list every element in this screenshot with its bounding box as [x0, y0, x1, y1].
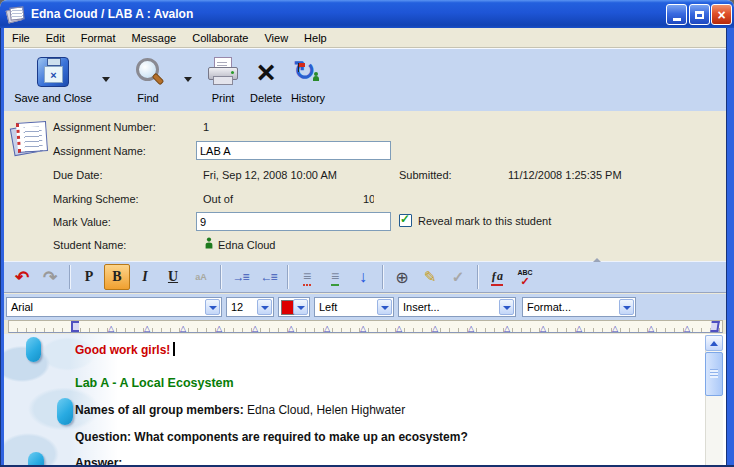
minimize-button[interactable] [666, 4, 687, 25]
format-select[interactable]: Format... [522, 297, 636, 317]
ruler-tab-marker[interactable]: △ [504, 325, 510, 333]
alignment-select[interactable]: Left [314, 297, 394, 317]
spellcheck-button[interactable]: ABC✓ [512, 264, 538, 290]
mark-value-label: Mark Value: [53, 216, 111, 228]
format-arrow-icon[interactable] [619, 299, 634, 315]
close-icon: × [717, 8, 725, 22]
print-button[interactable]: Print [200, 53, 246, 107]
assignment-name-input[interactable] [196, 141, 391, 160]
assignment-number-label: Assignment Number: [53, 121, 156, 133]
find-dropdown-arrow-icon[interactable] [184, 77, 192, 82]
menu-edit[interactable]: Edit [38, 30, 73, 46]
ruler-tab-marker[interactable]: △ [396, 325, 402, 333]
font-color-select[interactable] [278, 297, 310, 317]
ruler-tab-marker[interactable]: △ [180, 325, 186, 333]
paragraph-dotted-button[interactable]: ≡ [294, 264, 320, 290]
mark-value-input[interactable] [196, 212, 391, 231]
history-icon: ↻ [293, 57, 323, 87]
ruler[interactable]: △△△△△△△△△△△△△△△△△ [8, 320, 723, 333]
window-title: Edna Cloud / LAB A : Avalon [31, 7, 193, 21]
font-size-arrow-icon[interactable] [257, 299, 272, 315]
ruler-tab-marker[interactable]: △ [288, 325, 294, 333]
font-family-arrow-icon[interactable] [205, 299, 220, 315]
ruler-tab-marker[interactable]: △ [432, 325, 438, 333]
ruler-tab-marker[interactable]: △ [648, 325, 654, 333]
undo-icon[interactable]: ↶ [9, 264, 35, 290]
find-button[interactable]: Find [120, 53, 176, 107]
menu-file[interactable]: File [4, 30, 38, 46]
paragraph-lines-button[interactable]: ≡ [322, 264, 348, 290]
window-border-left [0, 28, 4, 467]
signature-button[interactable]: ƒa [484, 264, 510, 290]
insert-arrow-icon[interactable] [499, 299, 514, 315]
editor-area[interactable]: Good work girls! Lab A - A Local Ecosyst… [4, 334, 726, 467]
menu-view[interactable]: View [256, 30, 296, 46]
style-bar: Arial 12 Left Insert... Format... [4, 294, 726, 320]
titlebar[interactable]: Edna Cloud / LAB A : Avalon × [0, 0, 734, 28]
ruler-tab-marker[interactable]: △ [468, 325, 474, 333]
find-label: Find [120, 92, 176, 104]
student-name-value[interactable]: Edna Cloud [218, 239, 276, 251]
editor-line-question: Question: What components are required t… [75, 430, 468, 444]
submitted-label: Submitted: [399, 169, 452, 181]
delete-button[interactable]: × Delete [246, 53, 286, 107]
ruler-tab-marker[interactable]: △ [612, 325, 618, 333]
menu-help[interactable]: Help [296, 30, 335, 46]
ruler-tab-marker[interactable]: △ [108, 325, 114, 333]
student-name-label: Student Name: [53, 239, 126, 251]
close-button[interactable]: × [711, 4, 732, 25]
plain-style-button[interactable]: P [76, 264, 102, 290]
font-color-arrow-icon[interactable] [293, 299, 308, 315]
scrollbar-thumb[interactable] [705, 352, 723, 396]
alignment-arrow-icon[interactable] [377, 299, 392, 315]
insert-value: Insert... [403, 301, 440, 313]
menu-message[interactable]: Message [124, 30, 185, 46]
insert-select[interactable]: Insert... [398, 297, 516, 317]
left-margin-marker[interactable] [71, 321, 79, 332]
ruler-tab-marker[interactable]: △ [252, 325, 258, 333]
ruler-tab-marker[interactable]: △ [216, 325, 222, 333]
ruler-tab-marker[interactable]: △ [540, 325, 546, 333]
menu-collaborate[interactable]: Collaborate [184, 30, 256, 46]
menu-format[interactable]: Format [73, 30, 124, 46]
checkmark-icon: ✓ [400, 212, 410, 226]
fixed-size-button[interactable]: aA [188, 264, 214, 290]
history-button[interactable]: ↻ History [286, 53, 330, 107]
ruler-tab-marker[interactable]: △ [360, 325, 366, 333]
formatting-toolbar: ↶↷PBIUaA→≡←≡≡≡↓⊕✎✓ƒaABC✓ [4, 261, 726, 293]
ruler-tab-marker[interactable]: △ [576, 325, 582, 333]
indent-decrease-button[interactable]: ←≡ [255, 264, 281, 290]
underline-button[interactable]: U [160, 264, 186, 290]
maximize-button[interactable] [689, 4, 710, 25]
assignment-number-value: 1 [203, 121, 209, 133]
down-arrow-button[interactable]: ↓ [350, 264, 376, 290]
indent-increase-button[interactable]: →≡ [227, 264, 253, 290]
scroll-up-button[interactable] [705, 335, 723, 351]
font-size-select[interactable]: 12 [226, 297, 274, 317]
font-family-select[interactable]: Arial [6, 297, 222, 317]
italic-button[interactable]: I [132, 264, 158, 290]
toolbar-collapse-handle[interactable] [593, 258, 601, 262]
bold-button[interactable]: B [104, 264, 130, 290]
student-person-icon [204, 237, 214, 249]
vertical-scrollbar[interactable] [705, 335, 723, 467]
marking-scheme-amount: 10 [363, 193, 374, 206]
main-toolbar: × Save and Close Find Print × Delete ↻ H… [4, 48, 726, 112]
ruler-tab-marker[interactable]: △ [324, 325, 330, 333]
reveal-mark-checkbox[interactable]: ✓ [399, 214, 412, 227]
redo-icon[interactable]: ↷ [37, 264, 63, 290]
format-painter-button[interactable]: ✎ [417, 264, 443, 290]
marking-scheme-label: Marking Scheme: [53, 193, 139, 205]
ruler-tab-marker[interactable]: △ [684, 325, 690, 333]
insert-object-button[interactable]: ⊕ [389, 264, 415, 290]
reveal-mark-label: Reveal mark to this student [418, 215, 551, 227]
application-window: Edna Cloud / LAB A : Avalon × File Edit … [0, 0, 734, 467]
window-border-right [726, 28, 734, 467]
ruler-tab-marker[interactable]: △ [144, 325, 150, 333]
save-and-close-button[interactable]: × Save and Close [8, 53, 98, 107]
save-dropdown-arrow-icon[interactable] [102, 77, 110, 82]
right-margin-marker[interactable] [710, 321, 720, 332]
toolbar-separator [287, 265, 288, 289]
apply-format-button[interactable]: ✓ [445, 264, 471, 290]
font-size-value: 12 [231, 301, 243, 313]
